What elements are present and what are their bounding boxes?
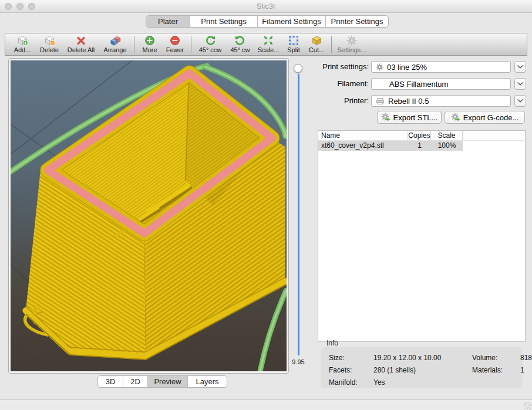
filament-select[interactable]: ABS Fillamentum	[371, 78, 511, 90]
main-tab-bar: Plater Print Settings Filament Settings …	[146, 15, 389, 28]
toolbar-separator	[331, 36, 332, 53]
view-tab-3d[interactable]: 3D	[98, 376, 123, 387]
cut-button[interactable]: Cut...	[305, 33, 328, 55]
view-tab-2d[interactable]: 2D	[123, 376, 147, 387]
print-settings-label: Print settings:	[317, 61, 369, 73]
printer-dropdown-button[interactable]	[514, 95, 526, 107]
manifold-value: Yes	[373, 378, 472, 387]
export-gcode-button[interactable]: Export G-code...	[445, 111, 525, 124]
window-title: Slic3r	[0, 0, 532, 13]
rotate-cw-button[interactable]: 45° cw	[226, 33, 254, 55]
printer-icon	[376, 97, 385, 106]
printer-select[interactable]: Rebell II 0.5	[371, 95, 511, 107]
yellow-box-icon	[311, 35, 322, 46]
export-stl-label: Export STL...	[393, 113, 438, 122]
preview-3d-canvas[interactable]	[11, 60, 287, 371]
viewport-frame	[8, 58, 289, 374]
facets-value: 280 (1 shells)	[373, 366, 472, 374]
chevron-down-icon	[517, 82, 523, 86]
toolbar-separator	[134, 36, 134, 53]
chevron-down-icon	[517, 99, 523, 103]
object-list-header: Name Copies Scale	[318, 131, 525, 141]
resize-grip[interactable]	[524, 402, 531, 409]
title-bar: Slic3r	[0, 0, 532, 13]
toolbar: Add... Delete Delete All Arrange More	[5, 33, 527, 56]
table-row[interactable]: xt60_cover_v2p4.stl 1 100%	[318, 141, 463, 151]
object-list: Name Copies Scale xt60_cover_v2p4.stl 1 …	[318, 130, 526, 342]
more-button[interactable]: More	[137, 33, 162, 55]
size-label: Size:	[329, 354, 373, 362]
cube-remove-icon	[44, 35, 55, 46]
filament-value: ABS Fillamentum	[389, 80, 448, 89]
volume-value: 818.35	[520, 354, 532, 362]
tab-printer-settings[interactable]: Printer Settings	[325, 16, 388, 27]
column-header-scale[interactable]: Scale	[431, 131, 463, 140]
info-panel: Size: 19.20 x 12.00 x 10.00 Volume: 818.…	[321, 347, 523, 388]
tab-print-settings[interactable]: Print Settings	[190, 16, 257, 27]
column-divider	[463, 131, 463, 140]
delete-all-button[interactable]: Delete All	[63, 33, 99, 55]
arrange-button[interactable]: Arrange	[99, 33, 131, 55]
volume-label: Volume:	[472, 354, 520, 362]
view-tab-preview[interactable]: Preview	[147, 376, 187, 387]
export-gear-icon	[381, 113, 391, 122]
cube-add-icon	[17, 35, 28, 46]
layer-slider-handle[interactable]	[294, 64, 302, 73]
rotate-ccw-icon	[205, 35, 216, 46]
minus-circle-icon	[170, 35, 180, 46]
scale-button[interactable]: Scale...	[254, 33, 282, 55]
materials-label: Materials:	[472, 366, 520, 374]
layer-slider-track[interactable]	[298, 74, 299, 355]
layer-height-value: 9.95	[285, 358, 311, 365]
settings-button[interactable]: Settings...	[335, 33, 369, 55]
column-header-copies[interactable]: Copies	[408, 131, 431, 140]
cubes-icon	[110, 35, 121, 46]
facets-label: Facets:	[329, 366, 373, 374]
cell-copies: 1	[408, 141, 431, 151]
plus-circle-icon	[144, 35, 155, 46]
tab-filament-settings[interactable]: Filament Settings	[257, 16, 325, 27]
manifold-label: Manifold:	[329, 378, 373, 387]
scale-arrows-icon	[263, 35, 274, 46]
add-button[interactable]: Add...	[9, 33, 36, 55]
red-cross-icon	[76, 35, 86, 46]
print-settings-dropdown-button[interactable]	[514, 61, 526, 73]
printer-value: Rebell II 0.5	[388, 97, 429, 106]
gear-icon	[346, 35, 357, 46]
export-gcode-label: Export G-code...	[463, 113, 519, 122]
toolbar-separator	[191, 36, 191, 53]
print-settings-select[interactable]: 03 line 25%	[371, 61, 511, 73]
filament-label: Filament:	[317, 78, 369, 90]
view-tab-layers[interactable]: Layers	[187, 376, 227, 387]
slic3r-window: Slic3r Plater Print Settings Filament Se…	[0, 0, 532, 410]
split-dots-icon	[288, 35, 299, 46]
chevron-down-icon	[517, 65, 523, 69]
export-stl-button[interactable]: Export STL...	[377, 111, 442, 124]
delete-button[interactable]: Delete	[36, 33, 63, 55]
fewer-button[interactable]: Fewer	[162, 33, 188, 55]
export-gear-icon	[451, 113, 461, 122]
cell-scale: 100%	[431, 141, 463, 151]
view-tab-bar: 3D 2D Preview Layers	[97, 375, 227, 388]
rotate-ccw-button[interactable]: 45° ccw	[194, 33, 226, 55]
rotate-cw-icon	[235, 35, 245, 46]
info-section-title: Info	[326, 339, 338, 347]
status-bar	[0, 400, 532, 410]
tab-plater[interactable]: Plater	[146, 16, 190, 27]
materials-value: 1	[520, 366, 532, 374]
size-value: 19.20 x 12.00 x 10.00	[373, 354, 472, 362]
printer-label: Printer:	[317, 95, 369, 107]
gear-icon	[376, 63, 383, 71]
filament-dropdown-button[interactable]	[514, 78, 526, 90]
split-button[interactable]: Split	[282, 33, 305, 55]
print-settings-value: 03 line 25%	[387, 63, 427, 72]
column-header-name[interactable]: Name	[318, 131, 408, 140]
cell-name: xt60_cover_v2p4.stl	[318, 141, 408, 151]
